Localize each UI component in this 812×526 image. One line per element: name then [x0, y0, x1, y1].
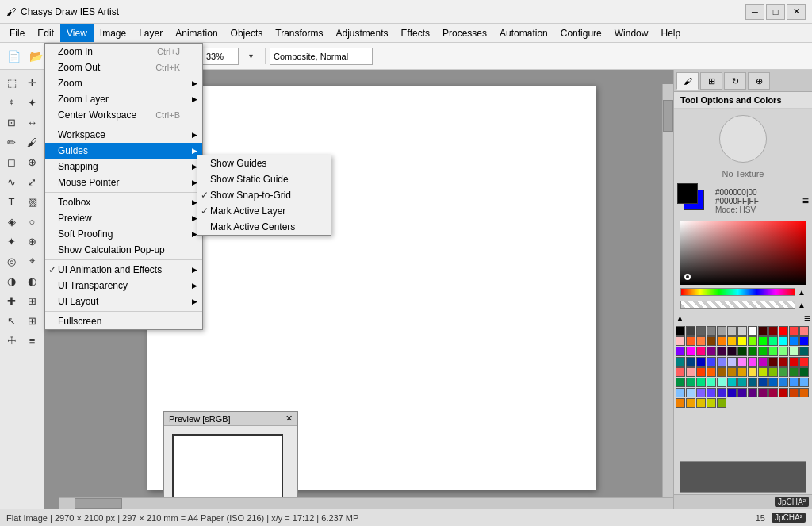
- pen-tool[interactable]: ✏: [2, 132, 21, 152]
- palette-color-swatch[interactable]: [727, 388, 737, 397]
- menu-effects[interactable]: Effects: [395, 24, 436, 42]
- palette-color-swatch[interactable]: [779, 367, 788, 377]
- palette-color-swatch[interactable]: [676, 336, 685, 346]
- pan-tool[interactable]: ☩: [2, 331, 21, 350]
- palette-color-swatch[interactable]: [768, 378, 778, 387]
- clone-tool[interactable]: ⊕: [23, 152, 42, 171]
- palette-color-swatch[interactable]: [707, 357, 716, 367]
- palette-color-swatch[interactable]: [717, 378, 726, 387]
- zoom-tool[interactable]: ⊕: [23, 232, 42, 251]
- palette-color-swatch[interactable]: [717, 367, 726, 377]
- palette-color-swatch[interactable]: [768, 336, 778, 346]
- palette-color-swatch[interactable]: [676, 326, 685, 336]
- menu-configure[interactable]: Configure: [554, 24, 608, 42]
- palette-color-swatch[interactable]: [799, 367, 809, 377]
- palette-color-swatch[interactable]: [686, 326, 695, 336]
- preview-close-icon[interactable]: ✕: [285, 413, 293, 424]
- color-menu-icon[interactable]: ≡: [802, 194, 809, 207]
- palette-color-swatch[interactable]: [707, 367, 716, 377]
- menu-zoom[interactable]: Zoom: [45, 75, 202, 91]
- menu-edit[interactable]: Edit: [31, 24, 60, 42]
- palette-color-swatch[interactable]: [779, 357, 788, 367]
- maximize-button[interactable]: □: [766, 4, 785, 20]
- palette-color-swatch[interactable]: [727, 326, 737, 336]
- palette-color-swatch[interactable]: [676, 347, 685, 356]
- menu-workspace[interactable]: Workspace: [45, 127, 202, 143]
- move-tool[interactable]: ✛: [23, 73, 42, 92]
- palette-color-swatch[interactable]: [799, 388, 809, 397]
- palette-color-swatch[interactable]: [727, 347, 737, 356]
- panel-tab-extra[interactable]: ⊕: [748, 72, 770, 90]
- palette-color-swatch[interactable]: [768, 347, 778, 356]
- palette-color-swatch[interactable]: [707, 336, 716, 346]
- hue-slider[interactable]: [680, 288, 795, 296]
- palette-color-swatch[interactable]: [737, 388, 747, 397]
- gradient-tool[interactable]: ◈: [2, 212, 21, 231]
- menu-preview[interactable]: Preview: [45, 210, 202, 226]
- composite-mode-select[interactable]: Composite, Normal: [270, 48, 373, 65]
- palette-color-swatch[interactable]: [717, 398, 726, 408]
- eraser-tool[interactable]: ◻: [2, 152, 21, 171]
- palette-color-swatch[interactable]: [779, 336, 788, 346]
- palette-color-swatch[interactable]: [717, 347, 726, 356]
- heal-tool[interactable]: ✚: [2, 291, 21, 310]
- palette-color-swatch[interactable]: [717, 388, 726, 397]
- palette-color-swatch[interactable]: [686, 367, 695, 377]
- menu-zoom-in[interactable]: Zoom In Ctrl+J: [45, 44, 202, 60]
- new-button[interactable]: 📄: [3, 46, 24, 67]
- submenu-show-snap-to-grid[interactable]: ✓ Show Snap-to-Grid: [197, 187, 331, 203]
- palette-color-swatch[interactable]: [696, 367, 706, 377]
- palette-color-swatch[interactable]: [727, 357, 737, 367]
- palette-color-swatch[interactable]: [686, 347, 695, 356]
- palette-color-swatch[interactable]: [799, 378, 809, 387]
- node-tool[interactable]: ⊞: [23, 311, 42, 330]
- eyedropper-tool[interactable]: ✦: [2, 232, 21, 251]
- palette-color-swatch[interactable]: [717, 326, 726, 336]
- menu-file[interactable]: File: [3, 24, 31, 42]
- palette-color-swatch[interactable]: [789, 367, 799, 377]
- palette-color-swatch[interactable]: [727, 367, 737, 377]
- palette-color-swatch[interactable]: [696, 388, 706, 397]
- palette-color-swatch[interactable]: [737, 326, 747, 336]
- select-tool[interactable]: ⬚: [2, 73, 21, 92]
- path-tool[interactable]: ∿: [2, 172, 21, 191]
- palette-color-swatch[interactable]: [799, 357, 809, 367]
- hue-up-arrow[interactable]: ▲: [798, 288, 806, 297]
- palette-color-swatch[interactable]: [748, 367, 757, 377]
- menu-fullscreen[interactable]: Fullscreen: [45, 313, 202, 329]
- palette-color-swatch[interactable]: [758, 367, 768, 377]
- menu-window[interactable]: Window: [608, 24, 655, 42]
- foreground-color-swatch[interactable]: [677, 183, 698, 204]
- palette-color-swatch[interactable]: [727, 336, 737, 346]
- palette-color-swatch[interactable]: [686, 357, 695, 367]
- palette-color-swatch[interactable]: [707, 398, 716, 408]
- wand-tool[interactable]: ✦: [23, 93, 42, 112]
- vector-tool[interactable]: ⤢: [23, 172, 42, 191]
- horizontal-scrollbar[interactable]: [59, 497, 673, 509]
- palette-menu-icon[interactable]: ≡: [804, 312, 810, 324]
- close-button[interactable]: ✕: [787, 4, 806, 20]
- menu-adjustments[interactable]: Adjustments: [330, 24, 395, 42]
- palette-color-swatch[interactable]: [748, 388, 757, 397]
- zoom-input[interactable]: 33%: [202, 48, 239, 65]
- lasso-tool[interactable]: ⌖: [2, 93, 21, 112]
- palette-color-swatch[interactable]: [696, 398, 706, 408]
- menu-view[interactable]: View: [60, 24, 94, 42]
- menu-soft-proofing[interactable]: Soft Proofing: [45, 226, 202, 242]
- palette-color-swatch[interactable]: [676, 357, 685, 367]
- menu-snapping[interactable]: Snapping: [45, 159, 202, 175]
- palette-color-swatch[interactable]: [696, 347, 706, 356]
- menu-show-calculation[interactable]: Show Calculation Pop-up: [45, 242, 202, 258]
- palette-color-swatch[interactable]: [717, 357, 726, 367]
- menu-processes[interactable]: Processes: [436, 24, 493, 42]
- palette-color-swatch[interactable]: [779, 326, 788, 336]
- vertical-scroll-thumb[interactable]: [663, 100, 673, 132]
- palette-color-swatch[interactable]: [686, 388, 695, 397]
- menu-help[interactable]: Help: [654, 24, 687, 42]
- menu-layer[interactable]: Layer: [132, 24, 169, 42]
- palette-color-swatch[interactable]: [737, 347, 747, 356]
- palette-color-swatch[interactable]: [686, 398, 695, 408]
- palette-color-swatch[interactable]: [727, 378, 737, 387]
- open-button[interactable]: 📂: [25, 46, 46, 67]
- horizontal-scroll-thumb[interactable]: [75, 498, 122, 509]
